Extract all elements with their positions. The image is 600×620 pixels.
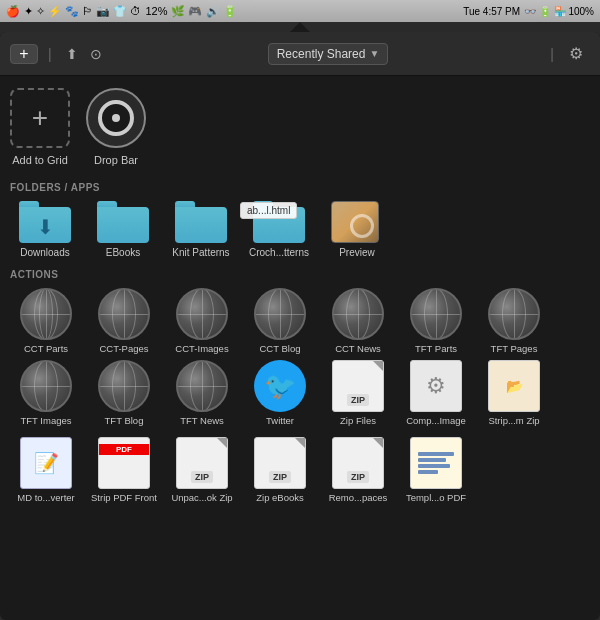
action-label: TFT Pages (491, 343, 538, 354)
action-tft-images[interactable]: TFT Images (10, 360, 82, 426)
globe-icon (98, 288, 150, 340)
magnify-icon (350, 214, 374, 238)
action-cct-pages[interactable]: CCT-Pages (88, 288, 160, 354)
panel-pointer (290, 22, 310, 32)
action-cct-news[interactable]: CCT News (322, 288, 394, 354)
action-strip-zip[interactable]: 📂 Strip...m Zip (478, 360, 550, 426)
action-label: TFT Parts (415, 343, 457, 354)
action-md-converter[interactable]: 📝 MD to...verter (10, 437, 82, 503)
actions-grid: CCT Parts CCT-Pages CCT-Images (10, 288, 590, 427)
compress-image-icon: ⚙ (410, 360, 462, 412)
recently-shared-dropdown[interactable]: Recently Shared ▼ (268, 43, 389, 65)
bottom-actions-grid: 📝 MD to...verter PDF Strip PDF Front ZIP… (10, 437, 590, 503)
zip-fold (295, 438, 305, 448)
settings-gear-button[interactable]: ⚙ (562, 44, 590, 64)
action-label: Strip...m Zip (488, 415, 539, 426)
hover-tooltip: ab...l.html (240, 202, 297, 219)
zip-ebooks-icon: ZIP (254, 437, 306, 489)
folder-ebooks[interactable]: EBooks (88, 201, 158, 259)
bar (418, 470, 438, 474)
actions-section-header: ACTIONS (10, 269, 590, 280)
action-compress-image[interactable]: ⚙ Comp...Image (400, 360, 472, 426)
action-label: Zip Files (340, 415, 376, 426)
action-zip-files[interactable]: ZIP Zip Files (322, 360, 394, 426)
folder-label: Preview (339, 247, 375, 259)
toolbar-separator: | (48, 46, 52, 62)
action-cct-parts[interactable]: CCT Parts (10, 288, 82, 354)
apple-icon: 🍎 (6, 5, 20, 18)
globe-icon (488, 288, 540, 340)
template-bars (414, 448, 458, 478)
menubar-more-icons: 🌿 🎮 🔊 🔋 (171, 5, 236, 18)
add-to-grid-label: Add to Grid (12, 154, 68, 166)
action-cct-images[interactable]: CCT-Images (166, 288, 238, 354)
md-icon: 📝 (20, 437, 72, 489)
action-label: Strip PDF Front (91, 492, 157, 503)
action-remove-spaces[interactable]: ZIP Remo...paces (322, 437, 394, 503)
action-tft-pages[interactable]: TFT Pages (478, 288, 550, 354)
preview-image (331, 201, 379, 243)
action-label: Comp...Image (406, 415, 466, 426)
add-to-grid-item[interactable]: + Add to Grid (10, 88, 70, 166)
action-template-pdf[interactable]: Templ...o PDF (400, 437, 472, 503)
action-strip-pdf[interactable]: PDF Strip PDF Front (88, 437, 160, 503)
folder-label: EBooks (106, 247, 140, 259)
dropdown-label: Recently Shared (277, 47, 366, 61)
folder-body (175, 207, 227, 243)
drop-bar-item[interactable]: Drop Bar (86, 88, 146, 166)
action-label: Twitter (266, 415, 294, 426)
action-label: Zip eBooks (256, 492, 304, 503)
globe-icon (98, 360, 150, 412)
action-unpack-zip[interactable]: ZIP Unpac...ok Zip (166, 437, 238, 503)
battery-percent: 12% (145, 5, 167, 17)
zip-fold (373, 361, 383, 371)
action-cct-blog[interactable]: CCT Blog (244, 288, 316, 354)
main-panel: + | ⬆ ⊙ Recently Shared ▼ | ⚙ + Add to G… (0, 32, 600, 620)
zip-badge: ZIP (191, 471, 213, 483)
twitter-bird-icon: 🐦 (254, 360, 306, 412)
action-twitter[interactable]: 🐦 Twitter (244, 360, 316, 426)
unpack-zip-icon: ZIP (176, 437, 228, 489)
folder-preview-icon (331, 201, 383, 243)
action-tft-blog[interactable]: TFT Blog (88, 360, 160, 426)
menubar-extra: 👓 🔋 🏪 100% (524, 6, 594, 17)
zip-badge: ZIP (347, 471, 369, 483)
folder-knit-icon (175, 201, 227, 243)
folder-preview[interactable]: Preview (322, 201, 392, 259)
menubar-icons: ✦ ✧ ⚡ 🐾 🏳 📷 👕 ⏱ (24, 5, 141, 18)
pdf-icon: PDF (98, 437, 150, 489)
zip-badge: ZIP (269, 471, 291, 483)
menu-bar: 🍎 ✦ ✧ ⚡ 🐾 🏳 📷 👕 ⏱ 12% 🌿 🎮 🔊 🔋 Tue 4:57 P… (0, 0, 600, 22)
content-area: + Add to Grid Drop Bar FOLDERS / APPS ab… (0, 76, 600, 620)
zip-file-icon: ZIP (332, 360, 384, 412)
up-icon[interactable]: ⬆ (62, 44, 82, 64)
action-zip-ebooks[interactable]: ZIP Zip eBooks (244, 437, 316, 503)
menubar-right: Tue 4:57 PM 👓 🔋 🏪 100% (463, 6, 594, 17)
action-label: CCT Blog (259, 343, 300, 354)
globe-icon (20, 288, 72, 340)
globe-icon (20, 360, 72, 412)
remove-spaces-icon: ZIP (332, 437, 384, 489)
folder-body (97, 207, 149, 243)
folder-downloads-icon: ⬇ (19, 201, 71, 243)
folder-zip-icon: 📂 (506, 378, 523, 394)
strip-zip-icon: 📂 (488, 360, 540, 412)
globe-icon (332, 288, 384, 340)
bar (418, 458, 446, 462)
chevron-down-icon: ▼ (369, 48, 379, 59)
folder-label: Croch...tterns (249, 247, 309, 259)
plus-icon: + (32, 102, 48, 134)
folders-grid: ab...l.html ⬇ Downloads EBooks (10, 201, 590, 259)
bar (418, 452, 454, 456)
sync-icon[interactable]: ⊙ (86, 44, 106, 64)
zip-fold (373, 438, 383, 448)
zip-badge: ZIP (347, 394, 369, 406)
folder-downloads[interactable]: ⬇ Downloads (10, 201, 80, 259)
action-tft-news[interactable]: TFT News (166, 360, 238, 426)
toolbar: + | ⬆ ⊙ Recently Shared ▼ | ⚙ (0, 32, 600, 76)
action-tft-parts[interactable]: TFT Parts (400, 288, 472, 354)
folder-knit-patterns[interactable]: Knit Patterns (166, 201, 236, 259)
folder-ebooks-icon (97, 201, 149, 243)
add-button[interactable]: + (10, 44, 38, 64)
folder-label: Downloads (20, 247, 69, 259)
